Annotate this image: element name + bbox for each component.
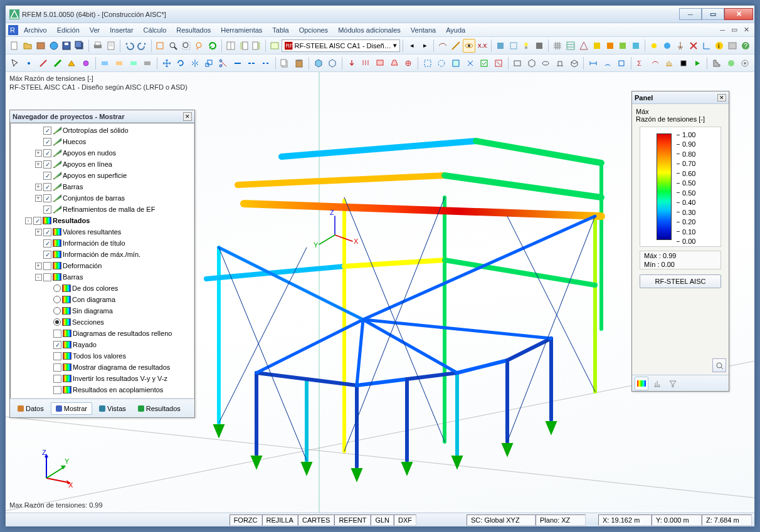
load-4-icon[interactable]	[388, 56, 401, 70]
set1-icon[interactable]	[98, 56, 112, 70]
viewport-3d[interactable]: Z X Y Máx Razón de tensiones [-] RF-STEE…	[6, 72, 754, 513]
navigator-tree[interactable]: ✓Ortotropías del sólido✓Huecos+✓Apoyos e…	[10, 123, 194, 399]
sun-icon[interactable]	[648, 39, 660, 53]
load-3-icon[interactable]	[373, 56, 387, 70]
rf-steel-button[interactable]: RF-STEEL AISC	[640, 274, 721, 288]
panel-expand-icon[interactable]	[712, 358, 726, 372]
tree-item[interactable]: ✓Información de título	[11, 237, 194, 249]
menu-modulos[interactable]: Módulos adicionales	[334, 25, 405, 35]
load-2-icon[interactable]	[359, 56, 373, 70]
render-1-icon[interactable]	[494, 39, 507, 53]
help-icon[interactable]: ?	[739, 39, 752, 53]
anim-icon[interactable]	[691, 56, 705, 70]
tree-item[interactable]: Secciones	[11, 316, 194, 328]
tree-item[interactable]: +✓Apoyos en línea	[11, 159, 194, 170]
open-icon[interactable]	[21, 39, 34, 53]
select-5-icon[interactable]	[477, 56, 491, 70]
cross-icon[interactable]	[687, 39, 700, 53]
panel-show-icon[interactable]	[250, 39, 263, 53]
tree-item[interactable]: -✓Resultados	[11, 215, 194, 226]
tree-item[interactable]: Todos los valores	[11, 350, 194, 362]
maximize-button[interactable]: ▭	[702, 8, 724, 20]
tree-item[interactable]: -Barras	[11, 271, 194, 283]
res-def-icon[interactable]	[648, 56, 662, 70]
navigator-show-icon[interactable]	[238, 39, 250, 53]
set4-icon[interactable]	[140, 56, 154, 70]
tree-item[interactable]: ✓Huecos	[11, 136, 194, 147]
res-val-icon[interactable]: Σ	[634, 56, 648, 70]
view-t-icon[interactable]	[539, 56, 553, 70]
select-2-icon[interactable]	[435, 56, 449, 70]
print-icon[interactable]	[92, 39, 104, 53]
status-toggle-refent[interactable]: REFENT	[334, 514, 371, 526]
zoom-all-icon[interactable]	[180, 39, 193, 53]
nav-tab-resultados[interactable]: Resultados	[133, 402, 186, 415]
tree-item[interactable]: Mostrar diagrama de resultados	[11, 362, 194, 373]
navigator-header[interactable]: Navegador de proyectos - Mostrar ✕	[10, 110, 194, 123]
meas-2-icon[interactable]	[601, 56, 615, 70]
node-icon[interactable]	[23, 56, 36, 70]
select-4-icon[interactable]	[463, 56, 477, 70]
report-icon[interactable]	[105, 39, 117, 53]
menu-herramientas[interactable]: Herramientas	[216, 25, 267, 35]
zoom-window-icon[interactable]	[167, 39, 179, 53]
wf-icon[interactable]	[578, 39, 590, 53]
split-icon[interactable]	[245, 56, 258, 70]
tree-item[interactable]: ✓Apoyos en superficie	[11, 170, 194, 181]
menu-opciones[interactable]: Opciones	[295, 25, 332, 35]
mdi-restore-icon[interactable]: ▭	[729, 26, 740, 34]
table-show-icon[interactable]	[224, 39, 237, 53]
select-3-icon[interactable]	[449, 56, 463, 70]
nav-tab-datos[interactable]: Datos	[13, 402, 49, 415]
nav-tab-vistas[interactable]: Vistas	[94, 402, 131, 415]
tree-item[interactable]: Sin diagrama	[11, 305, 194, 316]
view-p-icon[interactable]	[553, 56, 567, 70]
tree-item[interactable]: Invertir los resultados V-y y V-z	[11, 373, 194, 384]
zoom-prev-icon[interactable]	[193, 39, 206, 53]
mdi-minimize-icon[interactable]: ─	[717, 26, 727, 34]
paste-icon[interactable]	[292, 56, 306, 70]
trim-icon[interactable]	[216, 56, 230, 70]
panel-tab-filter-icon[interactable]	[666, 377, 680, 390]
load-5-icon[interactable]	[401, 56, 415, 70]
status-toggle-dxf[interactable]: DXF	[394, 514, 416, 526]
minimize-button[interactable]: ─	[679, 8, 702, 20]
cursor-icon[interactable]	[8, 56, 22, 70]
redo-icon[interactable]	[136, 39, 149, 53]
saveall-icon[interactable]	[73, 39, 86, 53]
tree-item[interactable]: +✓Apoyos en nudos	[11, 147, 194, 159]
render-2-icon[interactable]	[507, 39, 520, 53]
menu-tabla[interactable]: Tabla	[268, 25, 293, 35]
close-button[interactable]: ✕	[724, 8, 753, 20]
color-1-icon[interactable]	[591, 39, 603, 53]
tree-item[interactable]: Con diagrama	[11, 294, 194, 305]
select-6-icon[interactable]	[492, 56, 505, 70]
tree-item[interactable]: ✓Ortotropías del sólido	[11, 125, 194, 136]
tree-item[interactable]: ✓Rayado	[11, 339, 194, 350]
light-icon[interactable]	[520, 39, 532, 53]
load-1-icon[interactable]	[345, 56, 359, 70]
panel-close-icon[interactable]: ✕	[717, 94, 726, 102]
scale-icon[interactable]	[203, 56, 216, 70]
opt-icon[interactable]	[738, 56, 752, 70]
tree-item[interactable]: +✓Conjuntos de barras	[11, 192, 194, 204]
view-s-icon[interactable]	[525, 56, 539, 70]
copy-icon[interactable]	[278, 56, 292, 70]
menu-calculo[interactable]: Cálculo	[139, 25, 171, 35]
set3-icon[interactable]	[127, 56, 140, 70]
menu-ayuda[interactable]: Ayuda	[441, 25, 470, 35]
menu-app-icon[interactable]: R	[8, 25, 18, 35]
toggle-1-icon[interactable]	[154, 39, 166, 53]
titlebar[interactable]: RFEM 5.01.0050 (64bit) - [Construcción A…	[6, 6, 754, 23]
grid2-icon[interactable]	[564, 39, 577, 53]
nav-tab-mostrar[interactable]: Mostrar	[51, 402, 92, 415]
module-list-icon[interactable]	[268, 39, 281, 53]
menu-insertar[interactable]: Insertar	[105, 25, 137, 35]
view-2-icon[interactable]	[450, 39, 462, 53]
tree-item[interactable]: Resultados en acoplamientos	[11, 384, 194, 395]
menu-ventana[interactable]: Ventana	[406, 25, 440, 35]
surf-icon[interactable]	[65, 56, 78, 70]
mat-icon[interactable]	[724, 56, 738, 70]
panel-tab-scale-icon[interactable]	[650, 377, 664, 390]
panel-tab-colors-icon[interactable]	[635, 377, 648, 390]
